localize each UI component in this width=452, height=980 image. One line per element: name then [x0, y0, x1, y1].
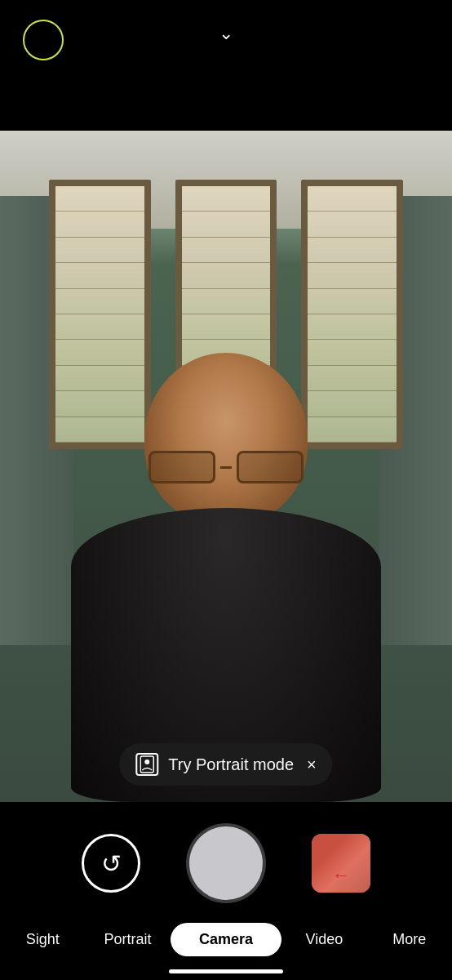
bottom-controls: ↺ ← Sight Portrait Camera Video More: [0, 802, 452, 980]
portrait-suggestion-text: Try Portrait mode: [168, 755, 294, 774]
viewfinder: Try Portrait mode ×: [0, 131, 452, 802]
top-bar: ⌄: [0, 0, 452, 131]
tab-camera[interactable]: Camera: [171, 923, 281, 956]
settings-button[interactable]: [23, 20, 64, 60]
shutter-button[interactable]: [189, 826, 263, 900]
scene: Try Portrait mode ×: [0, 131, 452, 802]
thumbnail-image: ←: [312, 834, 370, 893]
mode-tabs: Sight Portrait Camera Video More: [0, 916, 452, 969]
glasses-left-frame: [148, 451, 215, 483]
thumbnail-arrow-icon: ←: [332, 865, 350, 886]
tab-portrait[interactable]: Portrait: [85, 923, 170, 956]
glasses-bridge: [220, 466, 232, 469]
svg-point-1: [144, 760, 149, 764]
portrait-suggestion-close[interactable]: ×: [307, 755, 317, 774]
bottom-indicator: [0, 969, 452, 980]
person-head: [144, 353, 308, 524]
glasses-right-frame: [237, 451, 304, 483]
tab-video[interactable]: Video: [281, 923, 366, 956]
home-indicator: [169, 969, 283, 973]
recent-photo-button[interactable]: ←: [312, 834, 370, 893]
collapse-button[interactable]: ⌄: [219, 24, 233, 42]
flip-camera-button[interactable]: ↺: [82, 834, 140, 893]
tab-more[interactable]: More: [367, 923, 452, 956]
camera-buttons: ↺ ←: [0, 802, 452, 916]
portrait-suggestion-banner: Try Portrait mode ×: [119, 743, 332, 786]
rotate-icon: ↺: [101, 849, 122, 878]
person-glasses: [148, 447, 304, 488]
portrait-mode-icon: [135, 753, 158, 776]
tab-sight[interactable]: Sight: [0, 923, 85, 956]
camera-app: ⌄: [0, 0, 452, 980]
subject-person: [63, 328, 389, 802]
